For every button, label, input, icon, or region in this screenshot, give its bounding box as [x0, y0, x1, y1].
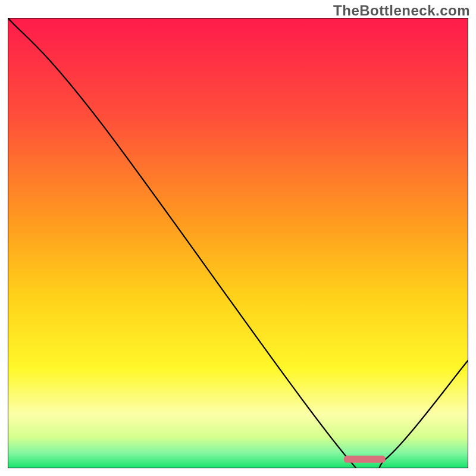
gradient-background	[8, 18, 468, 468]
bottleneck-chart	[8, 18, 468, 468]
watermark-text: TheBottleneck.com	[333, 2, 470, 19]
optimal-marker	[344, 456, 386, 463]
